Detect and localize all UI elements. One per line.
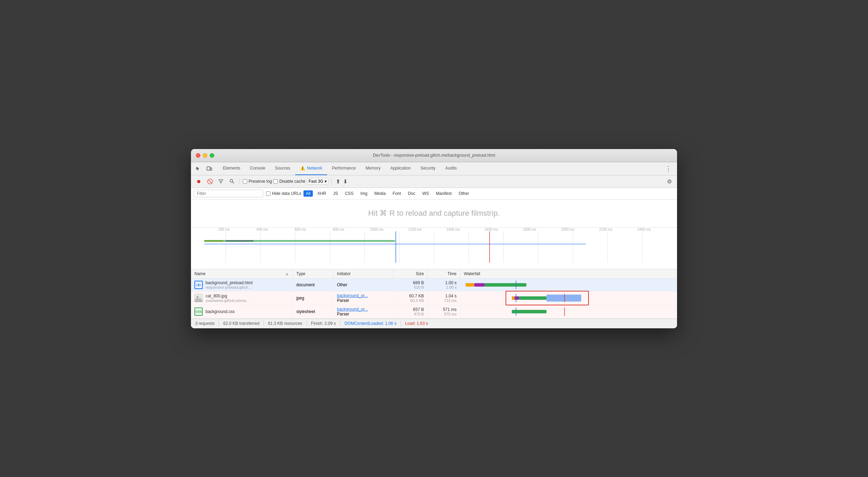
tab-icons bbox=[194, 164, 214, 173]
col-header-time[interactable]: Time bbox=[427, 269, 460, 279]
filter-type-ws[interactable]: WS bbox=[420, 190, 431, 197]
close-button[interactable] bbox=[196, 153, 200, 158]
record-button[interactable]: ⏺ bbox=[194, 176, 203, 186]
svg-rect-24 bbox=[474, 283, 485, 287]
filter-input[interactable] bbox=[194, 190, 263, 197]
type-cell: stylesheet bbox=[293, 305, 333, 318]
filter-type-css[interactable]: CSS bbox=[342, 190, 356, 197]
time-cell: 571 ms 570 ms bbox=[427, 305, 460, 318]
devtools-body: Elements Console Sources ⚠️ Network Perf… bbox=[191, 162, 677, 328]
file-icon-img bbox=[194, 294, 203, 302]
ruler-label-3: 800 ms bbox=[319, 228, 358, 231]
status-load: Load: 1.63 s bbox=[405, 321, 428, 326]
status-transferred: 62.0 KB transferred bbox=[223, 321, 259, 326]
svg-rect-19 bbox=[204, 240, 395, 242]
toolbar-divider-1 bbox=[240, 178, 240, 185]
download-button[interactable]: ⬇ bbox=[343, 178, 348, 185]
tab-memory[interactable]: Memory bbox=[361, 162, 385, 175]
window-title: DevTools - responsive-preload.glitch.me/… bbox=[373, 153, 495, 158]
hide-data-urls-checkbox[interactable]: Hide data URLs bbox=[266, 191, 301, 196]
filter-type-doc[interactable]: Doc bbox=[406, 190, 418, 197]
table-row[interactable]: CSS background.css stylesheet background… bbox=[191, 305, 677, 318]
waterfall-svg-row1 bbox=[464, 281, 596, 289]
waterfall-bar-row1 bbox=[464, 281, 674, 289]
file-names: background.css bbox=[206, 309, 235, 314]
filter-type-js[interactable]: JS bbox=[331, 190, 340, 197]
toolbar-row: ⏺ 🚫 Preserve log Disable cache bbox=[191, 175, 677, 188]
svg-rect-31 bbox=[519, 296, 546, 300]
filter-type-other[interactable]: Other bbox=[456, 190, 471, 197]
preserve-log-checkbox[interactable]: Preserve log bbox=[243, 179, 272, 184]
filter-type-img[interactable]: Img bbox=[358, 190, 370, 197]
tab-console[interactable]: Console bbox=[245, 162, 270, 175]
file-names: background_preload.html responsive-prelo… bbox=[206, 280, 252, 289]
more-tabs-button[interactable]: ⋮ bbox=[662, 165, 674, 172]
svg-rect-0 bbox=[207, 167, 210, 170]
maximize-button[interactable] bbox=[210, 153, 214, 158]
col-header-name[interactable]: Name ▲ bbox=[191, 269, 293, 279]
search-button[interactable] bbox=[227, 176, 237, 186]
status-requests: 3 requests bbox=[195, 321, 215, 326]
svg-rect-20 bbox=[204, 244, 586, 245]
tab-elements[interactable]: Elements bbox=[218, 162, 245, 175]
waterfall-bar-row2 bbox=[464, 294, 674, 302]
filter-row: Hide data URLs All XHR JS CSS Img Media … bbox=[191, 188, 677, 200]
filter-type-media[interactable]: Media bbox=[372, 190, 388, 197]
col-header-initiator[interactable]: Initiator bbox=[333, 269, 393, 279]
table-header-row: Name ▲ Type Initiator Size Time Waterfal… bbox=[191, 269, 677, 279]
time-cell: 1.00 s 1.00 s bbox=[427, 278, 460, 291]
col-header-waterfall[interactable]: Waterfall bbox=[460, 269, 677, 279]
upload-button[interactable]: ⬆ bbox=[336, 178, 340, 185]
initiator-link[interactable]: background_pr... bbox=[337, 293, 368, 298]
hide-data-urls-input[interactable] bbox=[266, 191, 270, 196]
svg-point-2 bbox=[230, 180, 233, 182]
status-dom-loaded: DOMContentLoaded: 1.06 s bbox=[344, 321, 396, 326]
minimize-button[interactable] bbox=[203, 153, 207, 158]
filter-type-font[interactable]: Font bbox=[390, 190, 403, 197]
table-row[interactable]: ◁▷ background_preload.html responsive-pr… bbox=[191, 278, 677, 291]
tab-sources[interactable]: Sources bbox=[270, 162, 295, 175]
settings-button[interactable]: ⚙ bbox=[665, 176, 674, 186]
device-mode-icon[interactable] bbox=[205, 164, 214, 173]
filter-icon[interactable] bbox=[216, 176, 226, 186]
ruler-label-7: 1600 ms bbox=[472, 228, 510, 231]
filmstrip-area: Hit ⌘ R to reload and capture filmstrip. bbox=[191, 200, 677, 228]
initiator-cell: background_pr... Parser bbox=[333, 291, 393, 305]
preserve-log-input[interactable] bbox=[243, 179, 247, 184]
warning-icon: ⚠️ bbox=[300, 166, 305, 171]
tabs: Elements Console Sources ⚠️ Network Perf… bbox=[218, 162, 662, 175]
svg-rect-23 bbox=[466, 283, 474, 287]
waterfall-cell bbox=[460, 278, 677, 291]
disable-cache-input[interactable] bbox=[273, 179, 278, 184]
ruler-label-10: 2200 ms bbox=[587, 228, 625, 231]
time-cell: 1.04 s 713 ms bbox=[427, 291, 460, 305]
status-divider-1 bbox=[219, 321, 219, 326]
filter-type-manifest[interactable]: Manifest bbox=[434, 190, 454, 197]
throttle-select[interactable]: Fast 3G ▾ bbox=[307, 178, 329, 185]
cursor-icon[interactable] bbox=[194, 164, 203, 173]
tab-performance[interactable]: Performance bbox=[327, 162, 361, 175]
waterfall-cell bbox=[460, 305, 677, 318]
ruler-label-4: 1000 ms bbox=[358, 228, 396, 231]
table-row[interactable]: cat_800.jpg yoavweiss.github.io/ima... j… bbox=[191, 291, 677, 305]
tab-security[interactable]: Security bbox=[416, 162, 440, 175]
name-cell: CSS background.css bbox=[191, 305, 293, 318]
initiator-link[interactable]: background_pr... bbox=[337, 307, 368, 312]
title-bar: DevTools - responsive-preload.glitch.me/… bbox=[191, 149, 677, 162]
svg-rect-1 bbox=[210, 168, 212, 170]
tab-application[interactable]: Application bbox=[385, 162, 416, 175]
timeline-ruler: 200 ms 400 ms 600 ms 800 ms 1000 ms 1200… bbox=[191, 228, 677, 231]
filter-type-all[interactable]: All bbox=[303, 190, 313, 197]
col-header-size[interactable]: Size bbox=[393, 269, 427, 279]
tab-audits[interactable]: Audits bbox=[440, 162, 461, 175]
ruler-label-9: 2000 ms bbox=[549, 228, 587, 231]
type-cell: document bbox=[293, 278, 333, 291]
col-header-type[interactable]: Type bbox=[293, 269, 333, 279]
ruler-label-1: 400 ms bbox=[243, 228, 281, 231]
svg-rect-25 bbox=[485, 283, 526, 287]
tab-network[interactable]: ⚠️ Network bbox=[295, 162, 327, 175]
disable-cache-checkbox[interactable]: Disable cache bbox=[273, 179, 305, 184]
devtools-window: DevTools - responsive-preload.glitch.me/… bbox=[191, 149, 677, 328]
filter-type-xhr[interactable]: XHR bbox=[315, 190, 328, 197]
clear-button[interactable]: 🚫 bbox=[205, 176, 215, 186]
